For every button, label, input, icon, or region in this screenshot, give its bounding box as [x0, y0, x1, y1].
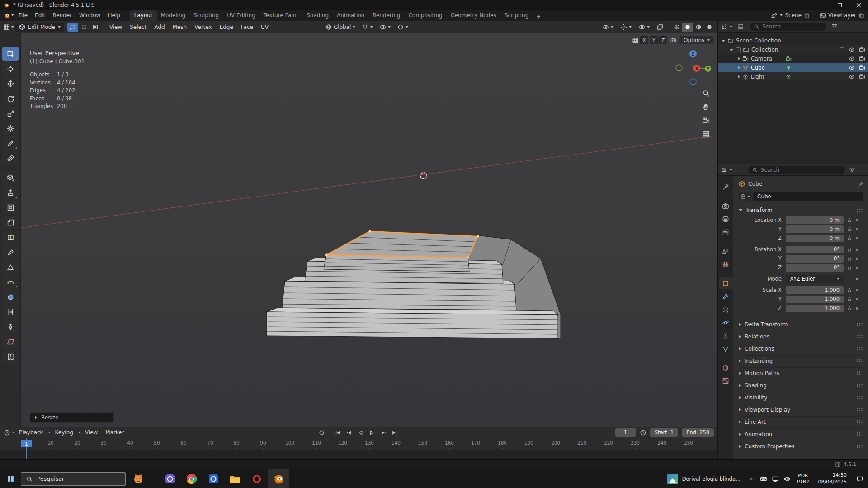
scale-z-field[interactable]: 1.000	[786, 305, 844, 312]
camera-view-button[interactable]	[700, 115, 711, 126]
section-collections[interactable]: Collections	[739, 343, 863, 354]
tool-inset-faces[interactable]	[2, 201, 19, 214]
tab-tool[interactable]	[719, 181, 733, 192]
rotation-y-field[interactable]: 0°	[786, 255, 844, 263]
mirror-z-toggle[interactable]: Z	[659, 36, 667, 44]
taskbar-app-purple[interactable]	[159, 469, 181, 488]
section-motion-paths[interactable]: Motion Paths	[739, 367, 863, 378]
tab-material[interactable]	[719, 362, 733, 373]
frame-start-field[interactable]: Start1	[650, 428, 678, 437]
properties-editor-icon[interactable]	[721, 167, 727, 174]
drag-grip-icon[interactable]	[856, 420, 863, 424]
menu-file[interactable]: File	[15, 11, 31, 20]
timeline-editor-icon[interactable]	[4, 429, 10, 436]
hide-eye-icon[interactable]	[849, 65, 855, 71]
location-z-field[interactable]: 0 m	[786, 235, 844, 242]
show-hidden-icons-button[interactable]	[746, 469, 758, 488]
gizmo-neg-z-ball[interactable]	[690, 79, 696, 85]
tab-constraints[interactable]	[719, 330, 733, 341]
transform-pivot-icon[interactable]	[632, 37, 639, 44]
view-layer-selector[interactable]: ViewLayer	[828, 12, 856, 19]
object-type-button[interactable]	[739, 192, 751, 201]
expand-icon[interactable]	[738, 66, 740, 70]
animate-dot-icon[interactable]	[856, 298, 858, 300]
tab-particles[interactable]	[719, 304, 733, 315]
workspace-tab-shading[interactable]: Shading	[302, 10, 333, 21]
viewport-3d[interactable]: User Perspective (1) Cube | Cube.001 Obj…	[0, 33, 717, 427]
next-keyframe-button[interactable]	[378, 428, 388, 437]
close-button[interactable]	[849, 0, 868, 10]
face-select-mode-button[interactable]	[90, 23, 101, 32]
transform-panel-header[interactable]: Transform	[739, 205, 863, 216]
menu-window[interactable]: Window	[75, 11, 104, 20]
tool-spin[interactable]	[2, 275, 19, 289]
rotation-mode-dropdown[interactable]: XYZ Euler	[786, 275, 844, 283]
tool-select-box[interactable]	[2, 47, 19, 61]
tool-transform[interactable]	[2, 122, 19, 135]
workspace-tab-modeling[interactable]: Modeling	[157, 10, 190, 21]
rotation-z-field[interactable]: 0°	[786, 264, 844, 272]
scale-x-field[interactable]: 1.000	[786, 286, 844, 294]
maximize-button[interactable]	[830, 0, 849, 10]
tab-world[interactable]	[719, 258, 733, 270]
outliner-search-input[interactable]: Search	[750, 23, 826, 31]
jump-to-end-button[interactable]	[389, 428, 399, 437]
outliner-editor-icon[interactable]	[721, 23, 727, 30]
workspace-tab-geometry-nodes[interactable]: Geometry Nodes	[447, 10, 500, 21]
drag-grip-icon[interactable]	[856, 432, 863, 436]
jump-to-start-button[interactable]	[333, 428, 343, 437]
render-visibility-icon[interactable]	[859, 74, 865, 80]
lock-icon[interactable]	[845, 287, 854, 293]
outliner-row-collection[interactable]: Collection	[718, 45, 868, 54]
use-preview-range-icon[interactable]	[640, 429, 646, 436]
collection-checkbox[interactable]	[736, 47, 741, 52]
scene-selector[interactable]: Scene	[785, 12, 802, 19]
expand-icon[interactable]	[722, 40, 725, 42]
menu-edit[interactable]: Edit	[31, 11, 49, 20]
proportional-editing-button[interactable]	[395, 23, 411, 31]
tab-scene[interactable]	[719, 245, 733, 257]
snap-symmetry-icon[interactable]	[670, 37, 677, 44]
tab-modifiers[interactable]	[719, 291, 733, 302]
expand-icon[interactable]	[738, 57, 740, 61]
blender-menu-icon[interactable]	[4, 12, 10, 19]
lock-icon[interactable]	[845, 247, 854, 252]
orthographic-toggle-button[interactable]	[700, 129, 711, 140]
solid-shading-button[interactable]	[682, 23, 693, 32]
rotation-x-field[interactable]: 0°	[786, 246, 844, 253]
tool-rip-region[interactable]	[2, 350, 19, 363]
drag-grip-icon[interactable]	[856, 334, 863, 338]
auto-keying-button[interactable]	[316, 428, 326, 437]
taskbar-app-explorer[interactable]	[224, 469, 246, 488]
taskbar-news-widget[interactable]: Dorival elogia blinda...	[662, 474, 746, 484]
render-visibility-icon[interactable]	[859, 56, 865, 62]
tool-loop-cut[interactable]	[2, 230, 19, 244]
menu-keying[interactable]: Keying	[52, 428, 76, 437]
drag-grip-icon[interactable]	[856, 208, 863, 212]
new-view-layer-icon[interactable]	[859, 13, 864, 19]
tab-render[interactable]	[719, 200, 733, 211]
gizmo-neg-y-ball[interactable]	[676, 65, 682, 71]
tool-smooth[interactable]	[2, 290, 19, 304]
tool-edge-slide[interactable]	[2, 305, 19, 319]
animate-dot-icon[interactable]	[856, 278, 858, 280]
display-mode-icon[interactable]	[737, 23, 744, 30]
rendered-shading-button[interactable]	[704, 23, 714, 32]
animate-dot-icon[interactable]	[856, 258, 858, 260]
section-visibility[interactable]: Visibility	[739, 392, 863, 403]
menu-face[interactable]: Face	[238, 23, 256, 32]
workspace-tab-uv-editing[interactable]: UV Editing	[223, 10, 259, 21]
animate-dot-icon[interactable]	[856, 289, 858, 291]
section-line-art[interactable]: Line Art	[739, 416, 863, 427]
menu-marker[interactable]: Marker	[102, 428, 127, 437]
location-y-field[interactable]: 0 m	[786, 225, 844, 233]
touch-keyboard-button[interactable]	[758, 469, 769, 488]
section-instancing[interactable]: Instancing	[739, 355, 863, 366]
pan-button[interactable]	[700, 101, 711, 112]
menu-help[interactable]: Help	[104, 11, 123, 20]
menu-view[interactable]: View	[106, 23, 125, 32]
menu-render[interactable]: Render	[49, 11, 75, 20]
snap-toggle-button[interactable]	[359, 23, 376, 31]
drag-grip-icon[interactable]	[856, 408, 863, 412]
animate-dot-icon[interactable]	[856, 219, 858, 221]
